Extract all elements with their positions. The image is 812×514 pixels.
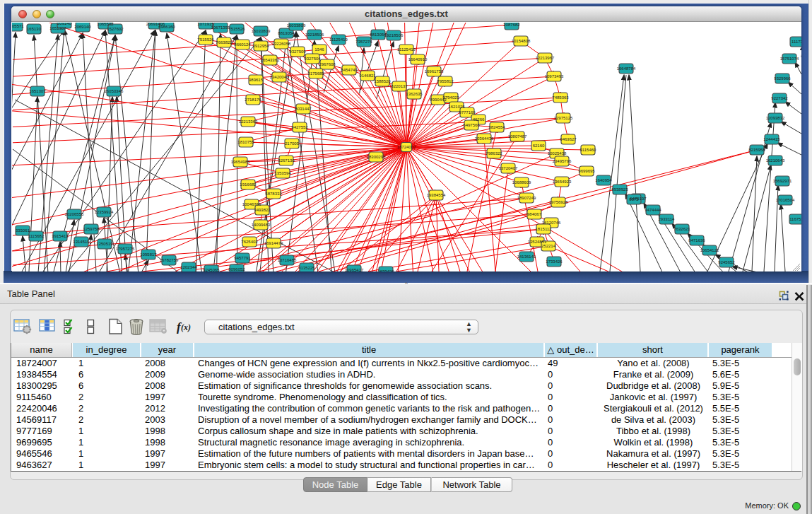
svg-text:3175685: 3175685 bbox=[307, 71, 324, 76]
svg-text:1640954: 1640954 bbox=[595, 178, 612, 182]
svg-text:1916682: 1916682 bbox=[240, 182, 257, 187]
svg-text:18724007: 18724007 bbox=[397, 145, 416, 149]
svg-text:62160: 62160 bbox=[533, 144, 545, 148]
svg-text:16033809: 16033809 bbox=[252, 29, 271, 33]
svg-text:16961758: 16961758 bbox=[425, 69, 444, 74]
svg-text:1588520: 1588520 bbox=[374, 79, 391, 83]
svg-text:19384554: 19384554 bbox=[427, 193, 446, 197]
svg-text:15751074: 15751074 bbox=[780, 57, 799, 61]
svg-text:8660124: 8660124 bbox=[234, 42, 251, 47]
svg-text:18300295: 18300295 bbox=[367, 155, 386, 159]
svg-text:1733426: 1733426 bbox=[546, 259, 563, 264]
svg-text:7663822: 7663822 bbox=[216, 40, 233, 45]
svg-text:984067: 984067 bbox=[527, 212, 542, 216]
svg-text:12359924: 12359924 bbox=[95, 210, 114, 214]
svg-text:7357274: 7357274 bbox=[355, 40, 372, 44]
svg-text:12093832: 12093832 bbox=[766, 116, 785, 120]
svg-text:10671355: 10671355 bbox=[211, 25, 230, 30]
svg-text:2069140: 2069140 bbox=[74, 25, 91, 29]
svg-text:23226058: 23226058 bbox=[272, 42, 291, 46]
svg-text:19218506: 19218506 bbox=[305, 33, 324, 37]
svg-text:11173: 11173 bbox=[792, 40, 801, 44]
svg-text:11125419: 11125419 bbox=[329, 37, 348, 42]
svg-text:1405571: 1405571 bbox=[12, 24, 24, 28]
svg-text:9329966: 9329966 bbox=[774, 76, 791, 81]
svg-text:23495796: 23495796 bbox=[553, 159, 572, 163]
svg-text:10025438: 10025438 bbox=[548, 151, 567, 156]
svg-text:8096052: 8096052 bbox=[228, 267, 245, 271]
svg-text:1095817: 1095817 bbox=[140, 252, 157, 257]
svg-text:9457791: 9457791 bbox=[234, 256, 251, 260]
svg-text:9227342: 9227342 bbox=[771, 96, 788, 100]
svg-text:10965417: 10965417 bbox=[345, 268, 364, 271]
svg-text:1651307: 1651307 bbox=[29, 89, 46, 93]
svg-text:10046766: 10046766 bbox=[242, 202, 261, 206]
svg-text:3915413: 3915413 bbox=[52, 234, 69, 238]
svg-text:9794023: 9794023 bbox=[442, 95, 459, 100]
svg-text:116753: 116753 bbox=[789, 217, 801, 221]
svg-text:17957275: 17957275 bbox=[116, 247, 135, 251]
svg-text:9245652: 9245652 bbox=[718, 260, 735, 264]
svg-text:1202344: 1202344 bbox=[180, 265, 197, 269]
svg-text:23420046: 23420046 bbox=[270, 75, 289, 79]
svg-text:9777169: 9777169 bbox=[459, 110, 476, 115]
svg-text:9463627: 9463627 bbox=[560, 137, 577, 141]
svg-text:16640910: 16640910 bbox=[408, 57, 428, 62]
svg-text:1633426: 1633426 bbox=[377, 269, 394, 271]
svg-text:1259758: 1259758 bbox=[83, 227, 100, 231]
svg-text:2933114: 2933114 bbox=[659, 217, 676, 221]
svg-text:9115460: 9115460 bbox=[580, 148, 597, 152]
svg-text:8938923: 8938923 bbox=[611, 187, 628, 192]
svg-text:13716485: 13716485 bbox=[278, 258, 297, 262]
svg-text:13720407: 13720407 bbox=[499, 166, 518, 170]
svg-text:6875: 6875 bbox=[629, 197, 639, 201]
svg-text:5878332: 5878332 bbox=[265, 192, 282, 196]
svg-text:3912954: 3912954 bbox=[252, 44, 269, 48]
svg-text:1065532: 1065532 bbox=[97, 23, 114, 26]
svg-text:7515526: 7515526 bbox=[228, 27, 245, 31]
svg-text:19218506: 19218506 bbox=[384, 33, 404, 37]
svg-text:16648784: 16648784 bbox=[617, 66, 636, 71]
svg-text:10807487: 10807487 bbox=[508, 134, 527, 139]
svg-text:989615: 989615 bbox=[249, 78, 264, 82]
svg-text:7955812: 7955812 bbox=[437, 79, 454, 83]
svg-text:1546: 1546 bbox=[314, 47, 324, 52]
svg-text:335061: 335061 bbox=[16, 228, 30, 233]
svg-text:209140: 209140 bbox=[57, 23, 72, 25]
svg-text:6497566: 6497566 bbox=[463, 123, 480, 127]
svg-text:12975125: 12975125 bbox=[554, 116, 573, 120]
svg-text:7632621: 7632621 bbox=[673, 227, 690, 231]
svg-text:1810755: 1810755 bbox=[237, 140, 254, 144]
svg-text:12213967: 12213967 bbox=[536, 56, 555, 60]
svg-text:2087682: 2087682 bbox=[503, 23, 520, 27]
svg-text:9135225: 9135225 bbox=[298, 266, 315, 270]
svg-text:18907249: 18907249 bbox=[517, 196, 536, 200]
svg-text:1651307: 1651307 bbox=[49, 26, 66, 30]
svg-text:7625402: 7625402 bbox=[241, 240, 258, 244]
svg-text:3493822: 3493822 bbox=[254, 208, 271, 212]
svg-text:16914479: 16914479 bbox=[264, 241, 283, 245]
svg-text:46266: 46266 bbox=[473, 117, 485, 122]
svg-text:8471636: 8471636 bbox=[688, 238, 705, 243]
svg-text:9427552: 9427552 bbox=[291, 125, 308, 129]
svg-text:10973493: 10973493 bbox=[545, 74, 564, 78]
svg-text:14120746: 14120746 bbox=[542, 221, 561, 225]
svg-text:9474444: 9474444 bbox=[645, 208, 661, 212]
svg-text:19654985: 19654985 bbox=[231, 160, 250, 164]
svg-text:16782759: 16782759 bbox=[160, 258, 179, 262]
svg-text:1250519: 1250519 bbox=[96, 242, 113, 246]
svg-text:165130: 165130 bbox=[27, 27, 42, 31]
svg-text:11125419: 11125419 bbox=[397, 47, 416, 52]
svg-text:16543362: 16543362 bbox=[261, 58, 280, 62]
svg-text:14136141: 14136141 bbox=[517, 255, 536, 259]
svg-text:16033809: 16033809 bbox=[287, 23, 306, 28]
svg-text:8813054: 8813054 bbox=[278, 31, 295, 35]
svg-text:1815112: 1815112 bbox=[536, 227, 553, 231]
svg-text:3267130: 3267130 bbox=[278, 158, 295, 163]
svg-text:7986322: 7986322 bbox=[486, 151, 502, 156]
svg-text:1314519: 1314519 bbox=[73, 240, 90, 244]
svg-text:1362635: 1362635 bbox=[406, 92, 423, 96]
svg-text:217005: 217005 bbox=[285, 141, 300, 146]
svg-text:2718176: 2718176 bbox=[245, 98, 261, 102]
svg-text:10688609: 10688609 bbox=[512, 180, 531, 185]
